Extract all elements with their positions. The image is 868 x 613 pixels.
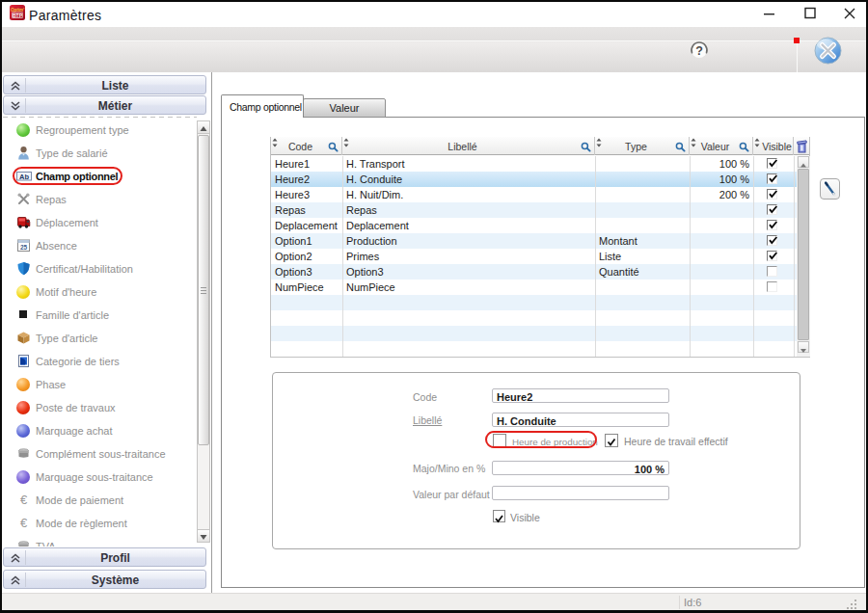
- svg-text:25: 25: [20, 244, 28, 251]
- svg-text:€: €: [20, 493, 28, 507]
- svg-text:BTP: BTP: [13, 13, 23, 18]
- svg-text:€: €: [20, 516, 28, 530]
- svg-text:?: ?: [695, 44, 703, 58]
- svg-text:Optim': Optim': [11, 8, 25, 13]
